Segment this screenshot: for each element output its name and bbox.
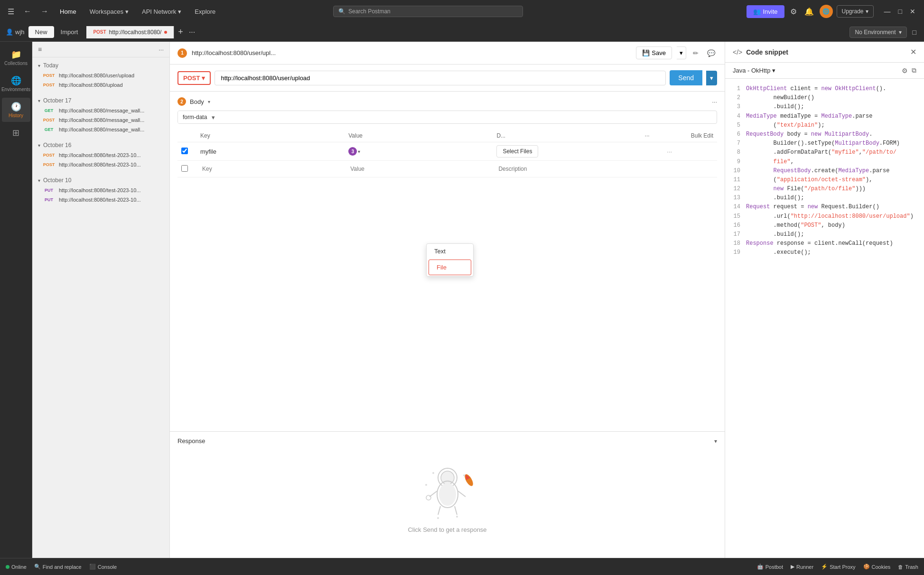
code-line: 6 RequestBody body = new MultipartBody. bbox=[733, 130, 916, 139]
svg-point-15 bbox=[456, 516, 458, 518]
method-badge: GET bbox=[42, 108, 56, 113]
history-group-today: ▾ Today POST http://localhost:8080/user/… bbox=[32, 57, 169, 93]
code-panel-title: Code snippet bbox=[746, 48, 906, 56]
menu-icon[interactable]: ☰ bbox=[6, 5, 16, 18]
cookies-button[interactable]: 🍪 Cookies bbox=[863, 564, 891, 570]
edit-icon-button[interactable]: ✏ bbox=[691, 47, 700, 59]
row1-more-icon[interactable]: ··· bbox=[667, 148, 672, 155]
url-input[interactable] bbox=[215, 71, 666, 85]
history-more-icon[interactable]: ··· bbox=[159, 46, 164, 53]
list-item[interactable]: PUT http://localhost:8080/test-2023-10..… bbox=[38, 195, 164, 204]
body-label[interactable]: Body bbox=[190, 98, 204, 105]
send-dropdown-button[interactable]: ▾ bbox=[706, 71, 717, 85]
oct10-group-header[interactable]: ▾ October 10 bbox=[38, 175, 164, 185]
environment-panel-icon[interactable]: □ bbox=[911, 27, 918, 38]
response-header[interactable]: Response ▾ bbox=[177, 437, 717, 445]
tab-url-label: http://localhost:8080/ bbox=[109, 29, 162, 36]
save-icon: 💾 bbox=[642, 49, 650, 56]
oct17-group-header[interactable]: ▾ October 17 bbox=[38, 95, 164, 106]
online-status[interactable]: Online bbox=[6, 564, 27, 570]
minimize-button[interactable]: — bbox=[881, 6, 894, 17]
sidebar-item-environments[interactable]: 🌐 Environments bbox=[2, 72, 30, 96]
body-header: 2 Body ▾ ··· bbox=[177, 97, 717, 106]
lang-copy-icon[interactable]: ⧉ bbox=[912, 66, 916, 74]
sidebar-item-collections[interactable]: 📁 Collections bbox=[2, 46, 30, 70]
postbot-icon: 🤖 bbox=[757, 564, 764, 570]
row2-key-input[interactable] bbox=[200, 164, 341, 174]
list-item[interactable]: POST http://localhost:8080/upload bbox=[38, 80, 164, 90]
svg-point-11 bbox=[432, 472, 434, 474]
row2-desc-input[interactable] bbox=[496, 164, 637, 174]
filter-icon[interactable]: ≡ bbox=[38, 46, 42, 53]
workspaces-dropdown[interactable]: Workspaces ▾ bbox=[86, 6, 132, 17]
list-item[interactable]: PUT http://localhost:8080/test-2023-10..… bbox=[38, 185, 164, 195]
row2-checkbox[interactable] bbox=[181, 165, 188, 172]
lang-dropdown-button[interactable]: Java - OkHttp ▾ bbox=[733, 67, 775, 74]
form-data-select[interactable]: form-data ▾ bbox=[177, 111, 717, 124]
start-proxy-button[interactable]: ⚡ Start Proxy bbox=[821, 564, 855, 570]
console-button[interactable]: ⬛ Console bbox=[89, 564, 117, 570]
api-network-dropdown[interactable]: API Network ▾ bbox=[138, 6, 185, 17]
sidebar-item-history[interactable]: 🕐 History bbox=[2, 98, 30, 122]
lang-settings-icon[interactable]: ⚙ bbox=[902, 67, 908, 74]
oct16-group-header[interactable]: ▾ October 16 bbox=[38, 140, 164, 150]
today-group-header[interactable]: ▾ Today bbox=[38, 60, 164, 71]
find-replace-icon: 🔍 bbox=[34, 564, 41, 570]
sidebar-item-addons[interactable]: ⊞ bbox=[2, 124, 30, 142]
select-files-button[interactable]: Select Files bbox=[496, 145, 538, 158]
dropdown-text-item[interactable]: Text bbox=[427, 244, 473, 259]
add-tab-button[interactable]: + bbox=[174, 25, 187, 39]
step3-badge[interactable]: 3 bbox=[348, 147, 357, 156]
trash-button[interactable]: 🗑 Trash bbox=[898, 564, 918, 570]
close-button[interactable]: ✕ bbox=[907, 6, 918, 17]
list-item[interactable]: POST http://localhost:8080/test-2023-10.… bbox=[38, 150, 164, 160]
home-link[interactable]: Home bbox=[56, 6, 80, 17]
row1-checkbox[interactable] bbox=[181, 148, 188, 154]
save-dropdown-button[interactable]: ▾ bbox=[677, 46, 686, 59]
col-value-header: Value bbox=[345, 130, 493, 142]
new-button[interactable]: New bbox=[28, 26, 54, 38]
save-button[interactable]: 💾 Save bbox=[636, 46, 672, 59]
list-item[interactable]: POST http://localhost:8080/test-2023-10.… bbox=[38, 160, 164, 169]
tab-post-upload[interactable]: POST http://localhost:8080/ bbox=[86, 26, 174, 38]
cookies-icon: 🍪 bbox=[863, 564, 870, 570]
addons-icon: ⊞ bbox=[12, 128, 19, 138]
code-line: 7 Builder().setType(MultipartBody.FORM) bbox=[733, 139, 916, 148]
explore-link[interactable]: Explore bbox=[191, 6, 219, 17]
list-item[interactable]: POST http://localhost:8080/user/upload bbox=[38, 71, 164, 80]
runner-button[interactable]: ▶ Runner bbox=[791, 564, 813, 570]
environment-selector[interactable]: No Environment ▾ bbox=[849, 27, 906, 38]
dropdown-file-item[interactable]: File bbox=[429, 260, 471, 275]
more-tabs-button[interactable]: ··· bbox=[187, 26, 197, 38]
maximize-button[interactable]: □ bbox=[896, 6, 905, 17]
col-bulk-header[interactable]: Bulk Edit bbox=[663, 130, 717, 142]
search-bar[interactable]: 🔍 Search Postman bbox=[333, 6, 523, 17]
comment-icon-button[interactable]: 💬 bbox=[705, 47, 717, 59]
forward-button[interactable]: → bbox=[39, 5, 50, 18]
list-item[interactable]: GET http://localhost:8080/message_wall..… bbox=[38, 106, 164, 115]
upgrade-button[interactable]: Upgrade ▾ bbox=[837, 5, 874, 18]
environments-icon: 🌐 bbox=[11, 75, 21, 86]
list-item[interactable]: POST http://localhost:8080/message_wall.… bbox=[38, 115, 164, 125]
row1-desc-cell bbox=[641, 142, 663, 161]
list-item[interactable]: GET http://localhost:8080/message_wall..… bbox=[38, 125, 164, 134]
back-button[interactable]: ← bbox=[22, 5, 33, 18]
invite-button[interactable]: 👥 Invite bbox=[747, 5, 784, 18]
second-bar: 👤 wjh New Import POST http://localhost:8… bbox=[0, 23, 924, 42]
method-select[interactable]: POST ▾ bbox=[177, 71, 211, 85]
postbot-button[interactable]: 🤖 Postbot bbox=[757, 564, 783, 570]
find-replace-button[interactable]: 🔍 Find and replace bbox=[34, 564, 82, 570]
response-hint: Click Send to get a response bbox=[408, 526, 486, 533]
import-button[interactable]: Import bbox=[56, 26, 83, 38]
body-arrow[interactable]: ▾ bbox=[208, 99, 210, 104]
avatar-icon[interactable]: 🌐 bbox=[820, 5, 833, 18]
row1-type-select[interactable]: 3 ▾ bbox=[348, 147, 489, 156]
col-checkbox bbox=[177, 130, 196, 142]
row2-value-input[interactable] bbox=[348, 164, 489, 174]
body-more-icon[interactable]: ··· bbox=[712, 98, 717, 105]
notification-icon[interactable]: 🔔 bbox=[803, 5, 816, 18]
type-dropdown-arrow[interactable]: ▾ bbox=[358, 149, 360, 154]
send-button[interactable]: Send bbox=[670, 70, 702, 85]
code-panel-close-button[interactable]: ✕ bbox=[910, 47, 916, 56]
settings-icon[interactable]: ⚙ bbox=[788, 5, 799, 18]
